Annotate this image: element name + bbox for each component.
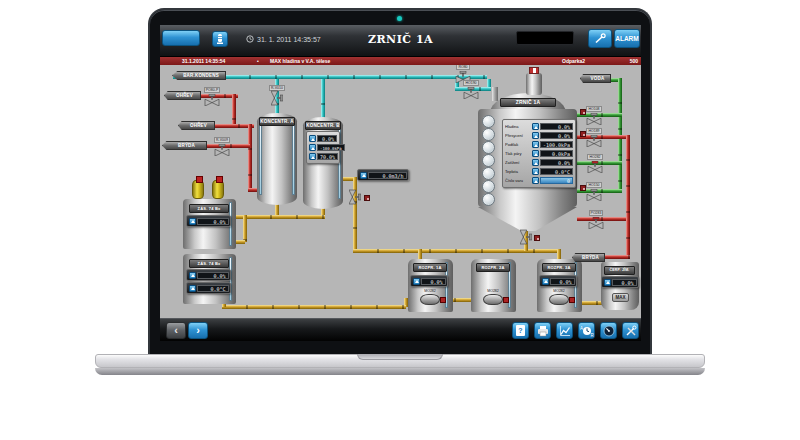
valve-icon (586, 113, 602, 125)
gauge-button[interactable] (600, 322, 617, 339)
laptop-screen-bezel: 31. 1. 2011 14:35:57 ZRNIČ 1A ALARM 31.1… (148, 8, 652, 355)
valve-icon (520, 229, 532, 245)
trend-button[interactable] (360, 172, 367, 179)
value-readout: 0.0% (612, 279, 637, 286)
wrench-icon (593, 33, 607, 45)
trends-button[interactable] (556, 322, 573, 339)
value-readout: 0.0% (197, 272, 229, 279)
trend-button[interactable] (309, 144, 316, 151)
porthole (482, 141, 495, 154)
max-button[interactable]: MAX (612, 293, 629, 302)
alarm-button[interactable]: ALARM (614, 29, 640, 48)
valve-icon (204, 94, 220, 106)
trend-button[interactable] (532, 150, 539, 157)
tank-koncentr-a[interactable] (257, 113, 297, 205)
valve-ho190[interactable]: HO190 (456, 80, 486, 99)
tank-label-zas1: ZÁS. 74 Bx (189, 204, 229, 213)
valve-rv010[interactable]: R-V010 (262, 85, 292, 104)
value-readout: 0.0°C (197, 285, 229, 292)
pump-icon (483, 294, 503, 305)
rozpr1-display: 0.0% (410, 275, 448, 287)
trend-button[interactable] (532, 168, 539, 175)
tag-ohrev-top: OHŘEV (164, 91, 201, 100)
tank-label-rozpr1: ROZPR. 1A (413, 263, 447, 272)
pump-rozpr1[interactable]: MO282 (415, 289, 445, 305)
pump-rozpr2[interactable]: MO282 (478, 289, 508, 305)
svg-text:R: R (590, 332, 594, 337)
valve-rv009[interactable]: R-V009 (207, 137, 237, 156)
tag-ohrev-mid: OHŘEV (178, 121, 215, 130)
cerp-display: 0.0% (601, 276, 639, 288)
row-label: Podtlak (505, 142, 531, 147)
valve-icon (587, 161, 603, 173)
pipe-steam-drop (232, 94, 236, 126)
trend-button[interactable] (532, 123, 539, 130)
trend-button[interactable] (189, 285, 196, 292)
laptop-lid-notch (357, 354, 443, 360)
row-label: Tlak páry (505, 151, 531, 156)
panel-row: Hladina0.0% (505, 122, 573, 131)
trend-button[interactable] (542, 278, 549, 285)
pump-alarm-indicator (440, 297, 446, 303)
panel-row: Tlak páry0.0kPa (505, 149, 573, 158)
help-button[interactable]: ? (512, 322, 529, 339)
datetime-area: 31. 1. 2011 14:35:57 (246, 35, 321, 43)
tools-button[interactable] (622, 322, 639, 339)
alarm-message: MAX hladina v V.A. tělese (270, 59, 330, 64)
pipe-condensate-to-koncentr-b (321, 79, 325, 119)
trend-button[interactable] (189, 218, 196, 225)
back-button[interactable]: ‹ (166, 322, 186, 339)
tank-label-zrnic: ZRNIČ 1A (500, 98, 556, 107)
alarm-history-button[interactable]: AR (578, 322, 595, 339)
valve-icon (463, 87, 479, 99)
settings-button[interactable] (588, 29, 612, 48)
value-readout: 0.0% (540, 132, 573, 139)
value-readout: 0.0kPa (540, 150, 573, 157)
rozpr3-display: 0.0% (539, 275, 577, 287)
flow-value: 0.0m3/h (368, 172, 407, 179)
flow-meter: 0.0m3/h (357, 169, 409, 181)
tank-label-rozpr3: ROZPR. 3A (542, 263, 576, 272)
panel-row: -100.0kPa (309, 143, 337, 152)
tools-icon (625, 325, 637, 337)
scada-screen: 31. 1. 2011 14:35:57 ZRNIČ 1A ALARM 31.1… (160, 25, 641, 341)
print-button[interactable] (534, 322, 551, 339)
trend-chart-icon (559, 325, 571, 337)
evaporator-icon (214, 33, 226, 45)
process-mimic: KONCENTR. A KONCENTR. B 0.0% -100.0kPa 7… (160, 65, 641, 318)
trend-button[interactable] (309, 153, 316, 160)
nav-button[interactable] (162, 30, 200, 46)
porthole (482, 154, 495, 167)
value-readout: 70.0% (317, 153, 338, 160)
trend-button[interactable] (309, 135, 316, 142)
valve-po80p[interactable]: PO80-P (197, 87, 227, 106)
row-label: Číslo varu (505, 178, 531, 183)
trend-button[interactable] (189, 272, 196, 279)
plant-icon[interactable] (212, 31, 228, 47)
alarm-indicator (534, 235, 540, 241)
valve-ho282[interactable]: HO282 (580, 154, 610, 173)
bottom-toolbar: ‹ › ? AR (160, 318, 641, 341)
pump-rozpr3[interactable]: MO282 (544, 289, 574, 305)
trend-button[interactable] (604, 279, 611, 286)
row-label: Přesycení (505, 133, 531, 138)
zrnic-panel: Hladina0.0% Přesycení0.0% Podtlak-100.0k… (502, 119, 576, 188)
panel-row: Přesycení0.0% (505, 131, 573, 140)
trend-button[interactable] (532, 132, 539, 139)
pump-alarm-indicator (569, 297, 575, 303)
forward-button[interactable]: › (188, 322, 208, 339)
valve-icon (271, 90, 283, 106)
value-readout: 0 (540, 177, 573, 184)
pipe-bryda-out (604, 255, 630, 259)
valve-po283[interactable]: PO283 (581, 210, 611, 229)
zrnic-agitator-motor[interactable] (526, 73, 542, 95)
trend-button[interactable] (532, 141, 539, 148)
porthole (482, 167, 495, 180)
trend-button[interactable] (532, 177, 539, 184)
trend-button[interactable] (413, 278, 420, 285)
tank-label-koncentr-b: KONCENTR. B (305, 121, 341, 130)
alarm-time: 31.1.2011 14:35:54 (182, 59, 225, 64)
motor-indicator (529, 67, 539, 74)
trend-button[interactable] (532, 159, 539, 166)
value-readout: 0.0% (540, 159, 573, 166)
